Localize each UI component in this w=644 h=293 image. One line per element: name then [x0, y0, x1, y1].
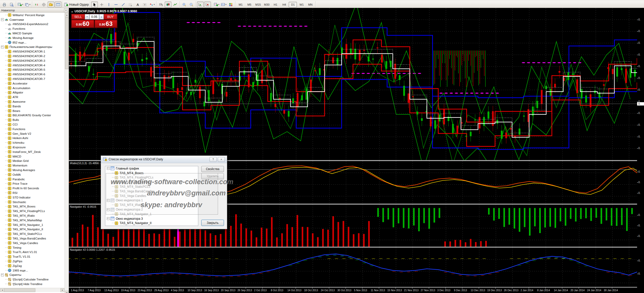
delete-button[interactable]: Удалить [201, 173, 224, 179]
new-order-button[interactable]: Новый Ордер [64, 2, 89, 7]
navigator-button[interactable] [48, 2, 54, 7]
sidebar-item[interactable]: f#WSS943!INDICATOR-3 [0, 58, 65, 63]
market-watch-button[interactable] [33, 2, 40, 7]
sidebar-item[interactable]: fTAS_MT4_Boxes [0, 204, 65, 209]
cursor-button[interactable] [91, 2, 98, 7]
sidebar-item[interactable]: fTAS_MT4_FloatingPCLs [0, 209, 65, 213]
sidebar-item[interactable]: fMACD [0, 154, 65, 159]
navigator-horizontal-scrollbar[interactable]: ◄ ► [0, 288, 65, 292]
sidebar-item[interactable]: fПользовательские Индикаторы [0, 45, 65, 49]
sidebar-item[interactable]: fFunctions [0, 127, 65, 131]
scrollbar-thumb[interactable] [65, 17, 69, 69]
fibonacci-button[interactable]: F [127, 2, 134, 7]
dialog-tree-item[interactable]: fTAS_Vega Bars&Candles [105, 189, 198, 194]
collapse-icon[interactable] [1, 274, 4, 276]
sidebar-item[interactable]: fBulls [0, 118, 65, 122]
dialog-tree-item[interactable]: Главный график [105, 166, 198, 171]
chart-shift-button[interactable] [204, 2, 211, 7]
sidebar-item[interactable]: MACD Sample [0, 31, 65, 36]
collapse-icon[interactable]: ▲ [71, 10, 73, 13]
sidebar-item[interactable]: fParabolic [0, 177, 65, 182]
text-button[interactable]: A [134, 2, 141, 7]
scroll-down-icon[interactable]: ▼ [65, 291, 69, 293]
line-button[interactable] [172, 2, 179, 7]
sidebar-item[interactable]: fAccumulation [0, 86, 65, 90]
sidebar-item[interactable]: fCCI [0, 122, 65, 127]
time-axis[interactable]: 1 Aug 20137 Aug 201313 Aug 201319 Aug 20… [69, 287, 637, 293]
sidebar-item[interactable]: f#WSS943!INDICATOR-6 [0, 72, 65, 77]
zoom-out-button[interactable] [188, 2, 195, 7]
candles-button[interactable] [165, 2, 171, 7]
bars-button[interactable] [158, 2, 164, 7]
sidebar-item[interactable]: fHeiken Ashi [0, 136, 65, 141]
sidebar-item[interactable]: fTAS_Vega Candles [0, 241, 65, 245]
sidebar-item[interactable]: fTiming [0, 245, 65, 250]
dialog-tree-item[interactable]: fTAS_MT4_Navigator_II [105, 221, 198, 226]
collapse-icon[interactable] [107, 167, 110, 170]
sidebar-item[interactable]: fTAS_MT4_Navigator_1 [0, 223, 65, 227]
indicators-button[interactable]: ▾ [213, 2, 220, 7]
timeframe-d1[interactable]: D1 [289, 2, 297, 7]
collapse-icon[interactable] [1, 46, 4, 48]
sidebar-item[interactable]: fStochastic [0, 200, 65, 204]
sidebar-item[interactable]: fZigPips [0, 259, 65, 264]
buy-button[interactable]: BUY [104, 14, 117, 19]
label-button[interactable]: T [141, 2, 148, 7]
sidebar-item[interactable]: fTAS_MT4_MarketMap [0, 218, 65, 223]
collapse-icon[interactable] [107, 208, 110, 211]
shapes-button[interactable]: ▾ [149, 2, 155, 7]
sidebar-item[interactable]: fTAS_MT4_Navigator_II [0, 227, 65, 232]
close-icon[interactable]: x [64, 8, 68, 12]
sidebar-item[interactable]: fiExposure [0, 145, 65, 150]
timeframe-m5[interactable]: M5 [245, 2, 253, 7]
timeframe-m15[interactable]: M15 [254, 2, 262, 7]
dialog-tree-item[interactable]: fTAS_MT4_Navigator_1 [105, 212, 198, 216]
sidebar-item[interactable]: ![Script] Calculate Trendline [0, 277, 65, 282]
new-chart-button[interactable]: ▾ [17, 2, 24, 7]
trendline-button[interactable] [120, 2, 127, 7]
sidebar-item[interactable]: fTAS_MT4_iRatio [0, 213, 65, 218]
sidebar-item[interactable]: fMoving Averages [0, 168, 65, 172]
help-icon[interactable]: ? [210, 157, 217, 162]
crosshair-button[interactable] [98, 2, 105, 7]
collapse-icon[interactable] [1, 18, 4, 21]
sidebar-item[interactable]: f#WSS943!INDICATOR-4 [0, 63, 65, 68]
dialog-tree-item[interactable]: fTAS_MT4_iRatio [105, 203, 198, 207]
sidebar-item[interactable]: fPrice Trace [0, 181, 65, 186]
navigator-vertical-scrollbar[interactable]: ▲ ▼ [65, 13, 69, 293]
volume-input[interactable]: 0.05 [89, 14, 99, 19]
dialog-tree-item[interactable]: Окно индикатора 3 [105, 216, 198, 221]
sidebar-item[interactable]: fTrueTL V1.01 [0, 254, 65, 259]
dialog-tree-item[interactable]: fTAS_MT4_FloatingPCLs [105, 175, 198, 180]
sidebar-item[interactable]: fBands [0, 104, 65, 109]
sidebar-item[interactable]: fSTD Indicator [0, 195, 65, 200]
print-button[interactable] [1, 2, 8, 7]
sidebar-item[interactable]: fATR [0, 95, 65, 99]
sidebar-item[interactable]: fTAS_Vega Bars&Candles [0, 236, 65, 241]
dialog-tree-item[interactable]: fTAS_MT4_StaticPCLs [105, 184, 198, 189]
sidebar-item[interactable]: Moving Average [0, 36, 65, 40]
collapse-icon[interactable] [107, 217, 110, 220]
sidebar-item[interactable]: fWilliams' Percent Range [0, 13, 65, 17]
sidebar-item[interactable]: fAlligator [0, 90, 65, 95]
price-axis[interactable]: 0.0.0.0.0.0.0.0.0.0.0.0.0.0.0.0.0.0.0.0.… [637, 8, 644, 288]
volume-up-stepper[interactable]: ▲ [99, 14, 104, 19]
timeframe-m30[interactable]: M30 [263, 2, 271, 7]
sidebar-item[interactable]: 1965 еще... [0, 268, 65, 273]
dialog-tree-item[interactable]: fTAS_MT4_Boxes [105, 171, 198, 175]
buy-price[interactable]: 0.90 63 [95, 20, 117, 28]
sell-price[interactable]: 0.90 60 [71, 20, 94, 28]
scroll-left-icon[interactable]: ◄ [0, 288, 4, 292]
dialog-tree-item[interactable]: Окно индикатора 2 [105, 207, 198, 212]
sidebar-item[interactable]: fMedian Grid [0, 159, 65, 163]
main-chart-panel[interactable]: ▲USDCHF,Daily 0.9025 0.9079 0.9007 0.906… [69, 8, 637, 160]
data-window-button[interactable] [40, 2, 47, 7]
sidebar-item[interactable]: f#WSS943!INDICATOR-5 [0, 68, 65, 72]
timeframe-mn[interactable]: MN [306, 2, 314, 7]
sidebar-item[interactable]: #WSS943-ExpertAdvisors2 [0, 22, 65, 27]
dialog-tree-item[interactable]: fTAS_MT4_MarketMap [105, 180, 198, 184]
sidebar-item[interactable]: fAccelerator [0, 81, 65, 86]
sidebar-item[interactable]: Functions [0, 26, 65, 31]
vline-button[interactable] [106, 2, 112, 7]
sidebar-item[interactable]: Скрипты [0, 273, 65, 277]
